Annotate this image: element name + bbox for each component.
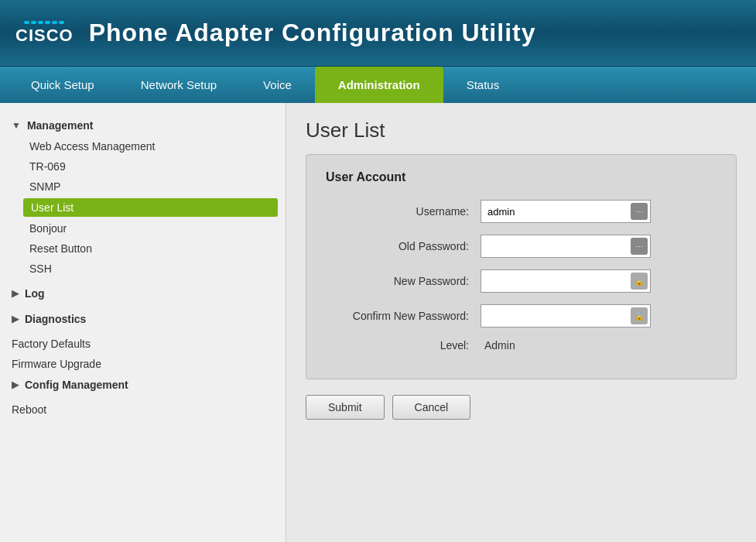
config-management-expand-icon: [12, 379, 19, 390]
old-password-label: Old Password:: [326, 240, 481, 252]
sidebar: Management Web Access Management TR-069 …: [0, 103, 286, 542]
sidebar-group-diagnostics-label: Diagnostics: [25, 313, 86, 325]
new-password-input-wrap: 🔒: [481, 269, 651, 293]
app-title: Phone Adapter Configuration Utility: [89, 19, 536, 47]
sidebar-item-factory-defaults[interactable]: Factory Defaults: [0, 334, 286, 354]
cisco-logo: CISCO: [15, 21, 74, 46]
content-panel: User List User Account Username: ⋯ Old P…: [286, 103, 756, 542]
tab-voice[interactable]: Voice: [240, 67, 315, 103]
log-expand-icon: [12, 288, 19, 299]
dot5: [52, 21, 57, 24]
sidebar-group-log[interactable]: Log: [0, 283, 286, 304]
level-row: Level: Admin: [326, 339, 717, 352]
sidebar-item-bonjour[interactable]: Bonjour: [0, 218, 286, 238]
sidebar-item-firmware-upgrade[interactable]: Firmware Upgrade: [0, 354, 286, 374]
old-password-input[interactable]: [481, 235, 651, 258]
confirm-new-password-label: Confirm New Password:: [326, 310, 481, 322]
username-label: Username:: [326, 205, 481, 218]
username-input[interactable]: [481, 200, 651, 223]
new-password-label: New Password:: [326, 275, 481, 287]
submit-button[interactable]: Submit: [306, 395, 385, 420]
tab-network-setup[interactable]: Network Setup: [118, 67, 240, 103]
confirm-new-password-input[interactable]: [481, 304, 651, 328]
username-input-wrap: ⋯: [481, 200, 651, 223]
new-password-input[interactable]: [481, 269, 651, 293]
form-card-title: User Account: [326, 170, 717, 184]
confirm-password-lock-icon: 🔒: [631, 307, 648, 324]
old-password-row: Old Password: ⋯: [326, 235, 717, 258]
sidebar-section-management: Management Web Access Management TR-069 …: [0, 115, 286, 279]
page-title: User List: [306, 118, 737, 142]
cancel-button[interactable]: Cancel: [392, 395, 471, 420]
main-content: Management Web Access Management TR-069 …: [0, 103, 756, 542]
button-row: Submit Cancel: [306, 395, 737, 420]
confirm-new-password-input-wrap: 🔒: [481, 304, 651, 328]
new-password-row: New Password: 🔒: [326, 269, 717, 293]
confirm-new-password-row: Confirm New Password: 🔒: [326, 304, 717, 328]
sidebar-item-user-list[interactable]: User List: [23, 198, 278, 217]
sidebar-group-log-label: Log: [25, 287, 45, 300]
sidebar-item-reset-button[interactable]: Reset Button: [0, 238, 286, 259]
dot3: [38, 21, 43, 24]
sidebar-section-diagnostics: Diagnostics: [0, 308, 286, 330]
old-password-input-icon: ⋯: [631, 238, 648, 255]
sidebar-group-config-management[interactable]: Config Management: [0, 374, 286, 396]
app-header: CISCO Phone Adapter Configuration Utilit…: [0, 0, 756, 66]
username-row: Username: ⋯: [326, 200, 717, 223]
management-expand-icon: [12, 120, 21, 131]
dot1: [24, 21, 29, 24]
tab-quick-setup[interactable]: Quick Setup: [8, 67, 118, 103]
cisco-dots: [24, 21, 64, 24]
tab-status[interactable]: Status: [443, 67, 523, 103]
user-account-form-card: User Account Username: ⋯ Old Password: ⋯: [306, 154, 737, 379]
sidebar-item-tr069[interactable]: TR-069: [0, 156, 286, 177]
level-label: Level:: [326, 339, 481, 352]
sidebar-item-reboot[interactable]: Reboot: [0, 400, 286, 420]
cisco-text: CISCO: [15, 26, 74, 46]
dot4: [45, 21, 50, 24]
sidebar-section-log: Log: [0, 283, 286, 304]
dot2: [31, 21, 36, 24]
sidebar-item-ssh[interactable]: SSH: [0, 259, 286, 279]
sidebar-item-web-access-management[interactable]: Web Access Management: [0, 136, 286, 156]
tab-administration[interactable]: Administration: [315, 67, 443, 103]
old-password-input-wrap: ⋯: [481, 235, 651, 258]
sidebar-group-diagnostics[interactable]: Diagnostics: [0, 308, 286, 330]
username-input-icon: ⋯: [631, 203, 648, 220]
new-password-lock-icon: 🔒: [631, 273, 648, 290]
navigation-bar: Quick Setup Network Setup Voice Administ…: [0, 66, 756, 103]
sidebar-group-config-management-label: Config Management: [25, 379, 128, 391]
level-value: Admin: [481, 339, 515, 352]
diagnostics-expand-icon: [12, 314, 19, 324]
dot6: [59, 21, 64, 24]
sidebar-group-management[interactable]: Management: [0, 115, 286, 136]
sidebar-section-config-management: Config Management: [0, 374, 286, 396]
sidebar-group-management-label: Management: [27, 119, 94, 132]
sidebar-item-snmp[interactable]: SNMP: [0, 177, 286, 197]
